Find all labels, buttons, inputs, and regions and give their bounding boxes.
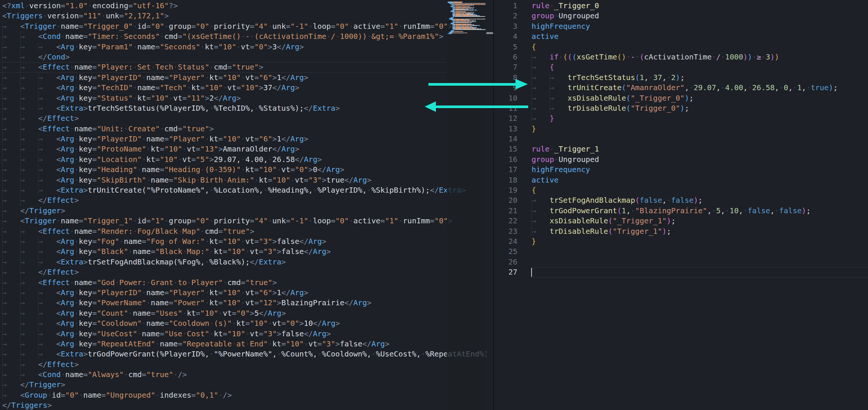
code-line[interactable]: </Triggers> [2, 400, 493, 410]
code-line[interactable]: → → <Effect·name="Unit:·Create"·cmd="tru… [2, 124, 493, 134]
code-line[interactable]: → → → <Arg·key="PowerName"·name="Power"·… [2, 298, 493, 308]
line-number[interactable]: 5 [493, 42, 517, 52]
line-number[interactable]: 15 [493, 144, 517, 154]
code-line[interactable]: 23→ trDisableRule("Trigger_1"); [493, 226, 868, 236]
code-line[interactable]: 13} [493, 124, 868, 134]
line-number[interactable]: 25 [493, 247, 517, 257]
code-line[interactable]: 18active [493, 175, 868, 185]
code-line[interactable]: → → <Cond·name="Timer:·Seconds"·cmd="(xs… [2, 31, 493, 42]
line-number[interactable]: 14 [493, 134, 517, 144]
code-line[interactable]: → → <Effect·name="Player:·Set·Tech·Statu… [2, 62, 493, 72]
code-line[interactable]: → → → <Extra>trGodPowerGrant(%PlayerID%,… [2, 349, 493, 359]
code-line[interactable]: → → → <Arg·key="UseCost"·name="Use·Cost"… [2, 329, 493, 339]
code-line[interactable]: <?xml·version="1.0"·encoding="utf-16"?> [2, 1, 493, 11]
code-line[interactable]: → → → <Extra>trUnitCreate("%ProtoName%",… [2, 185, 493, 195]
code-line[interactable]: 11→ → trDisableRule("Trigger_0"); [493, 103, 868, 113]
code-line[interactable]: <Triggers·version="11"·unk="2,172,1"> [2, 11, 493, 21]
code-line[interactable]: → → → <Arg·key="Heading"·name="Heading·(… [2, 165, 493, 175]
line-number[interactable]: 22 [493, 216, 517, 226]
line-number[interactable]: 17 [493, 165, 517, 175]
vertical-scrollbar-track[interactable] [486, 0, 493, 410]
scrollbar-position-marker[interactable] [486, 32, 494, 34]
code-line[interactable]: → </Trigger> [2, 380, 493, 390]
code-line[interactable]: → → → <Arg·key="Cooldown"·name="Cooldown… [2, 318, 493, 328]
line-number[interactable]: 6 [493, 52, 517, 62]
code-line[interactable]: → → → <Arg·key="RepeatAtEnd"·name="Repea… [2, 339, 493, 349]
code-line[interactable]: 15rule·_Trigger_1 [493, 144, 868, 154]
line-number[interactable]: 18 [493, 175, 517, 185]
line-number[interactable]: 24 [493, 236, 517, 247]
code-line[interactable]: 4active [493, 31, 868, 42]
code-line[interactable]: 26 [493, 257, 868, 267]
code-line[interactable]: 10→ → xsDisableRule("_Trigger_0"); [493, 93, 868, 103]
code-line[interactable]: → → → <Arg·key="Param1"·name="Seconds"·k… [2, 42, 493, 52]
code-line[interactable]: → → <Effect·name="God·Power:·Grant·to·Pl… [2, 278, 493, 288]
line-number[interactable]: 12 [493, 113, 517, 123]
minimap[interactable] [447, 1, 486, 34]
code-line[interactable]: → </Trigger> [2, 206, 493, 216]
line-number[interactable]: 9 [493, 83, 517, 93]
code-line[interactable]: 5{ [493, 42, 868, 52]
code-line[interactable]: 2group·Ungrouped [493, 11, 868, 21]
tab-whitespace-icon: → [2, 185, 20, 195]
code-line[interactable]: → → </Effect> [2, 359, 493, 370]
code-line[interactable]: → → </Effect> [2, 195, 493, 205]
code-line[interactable]: → → → <Arg·key="PlayerID"·name="Player"·… [2, 134, 493, 144]
line-number[interactable]: 3 [493, 21, 517, 31]
code-line[interactable]: → → → <Arg·key="SkipBirth"·name="Skip·Bi… [2, 175, 493, 185]
line-number[interactable]: 23 [493, 226, 517, 236]
code-line[interactable]: → → → <Arg·key="ProtoName"·kt="10"·vt="1… [2, 144, 493, 154]
code-line[interactable]: → → → <Arg·key="Location"·kt="10"·vt="5"… [2, 154, 493, 165]
code-line[interactable]: 25 [493, 247, 868, 257]
code-line[interactable]: → → → <Arg·key="PlayerID"·name="Player"·… [2, 288, 493, 298]
code-line[interactable]: → → → <Extra>trSetFogAndBlackmap(%Fog%,·… [2, 257, 493, 267]
code-line[interactable]: 17highFrequency [493, 165, 868, 175]
line-number[interactable]: 11 [493, 103, 517, 113]
code-line[interactable]: → → → <Arg·key="Fog"·name="Fog·of·War:"·… [2, 236, 493, 247]
line-number[interactable]: 26 [493, 257, 517, 267]
line-number[interactable]: 13 [493, 124, 517, 134]
code-line[interactable]: 14 [493, 134, 868, 144]
code-line[interactable]: → <Trigger·name="Trigger_1"·id="1"·group… [2, 216, 493, 226]
line-number[interactable]: 21 [493, 206, 517, 216]
code-line[interactable]: 27 [493, 267, 868, 277]
code-line[interactable]: → → </Cond> [2, 52, 493, 62]
pane-divider[interactable] [493, 0, 494, 410]
code-line[interactable]: 3highFrequency [493, 21, 868, 31]
line-number[interactable]: 16 [493, 154, 517, 165]
line-number[interactable]: 19 [493, 185, 517, 195]
line-number[interactable]: 1 [493, 1, 517, 11]
line-number[interactable]: 8 [493, 73, 517, 83]
code-line[interactable]: → <Group·id="0"·name="Ungrouped"·indexes… [2, 390, 493, 400]
code-line[interactable]: → → → <Arg·key="Black"·name="Black·Map:"… [2, 247, 493, 257]
line-number[interactable]: 10 [493, 93, 517, 103]
code-line[interactable]: 12→ } [493, 113, 868, 123]
code-line[interactable]: → → → <Arg·key="Status"·kt="10"·vt="11">… [2, 93, 493, 103]
code-line[interactable]: 16group·Ungrouped [493, 154, 868, 165]
code-line[interactable]: → → <Cond·name="Always"·cmd="true"·/> [2, 370, 493, 380]
line-number[interactable]: 4 [493, 31, 517, 42]
code-line[interactable]: → → </Effect> [2, 113, 493, 123]
code-line[interactable]: → → → <Arg·key="Count"·name="Uses"·kt="1… [2, 308, 493, 318]
code-line[interactable]: 1rule·_Trigger_0 [493, 1, 868, 11]
code-line[interactable]: → → </Effect> [2, 267, 493, 277]
right-editor-script-pane[interactable]: 1rule·_Trigger_02group·Ungrouped3highFre… [493, 1, 868, 410]
code-line[interactable]: → → → <Arg·key="PlayerID"·name="Player"·… [2, 73, 493, 83]
code-line[interactable]: → → → <Extra>trTechSetStatus(%PlayerID%,… [2, 103, 493, 113]
code-line[interactable]: 22→ xsDisableRule("_Trigger_1"); [493, 216, 868, 226]
code-line[interactable]: 9→ → trUnitCreate("AmanraOlder",·29.07,·… [493, 83, 868, 93]
code-line[interactable]: 6→ if·(((xsGetTime()·-·(cActivationTime·… [493, 52, 868, 62]
code-line[interactable]: 21→ trGodPowerGrant(1,·"BlazingPrairie",… [493, 206, 868, 216]
line-number[interactable]: 27 [493, 267, 517, 277]
code-line[interactable]: → <Trigger·name="Trigger_0"·id="0"·group… [2, 21, 493, 31]
code-line[interactable]: → → <Effect·name="Render:·Fog/Black·Map"… [2, 226, 493, 236]
code-line[interactable]: 8→ → trTechSetStatus(1,·37,·2); [493, 73, 868, 83]
line-number[interactable]: 2 [493, 11, 517, 21]
line-number[interactable]: 20 [493, 195, 517, 205]
code-line[interactable]: 24} [493, 236, 868, 247]
code-line[interactable]: 7→ { [493, 62, 868, 72]
code-line[interactable]: 19{ [493, 185, 868, 195]
code-line[interactable]: 20→ trSetFogAndBlackmap(false,·false); [493, 195, 868, 205]
line-number[interactable]: 7 [493, 62, 517, 72]
code-line[interactable]: → → → <Arg·key="TechID"·name="Tech"·kt="… [2, 83, 493, 93]
